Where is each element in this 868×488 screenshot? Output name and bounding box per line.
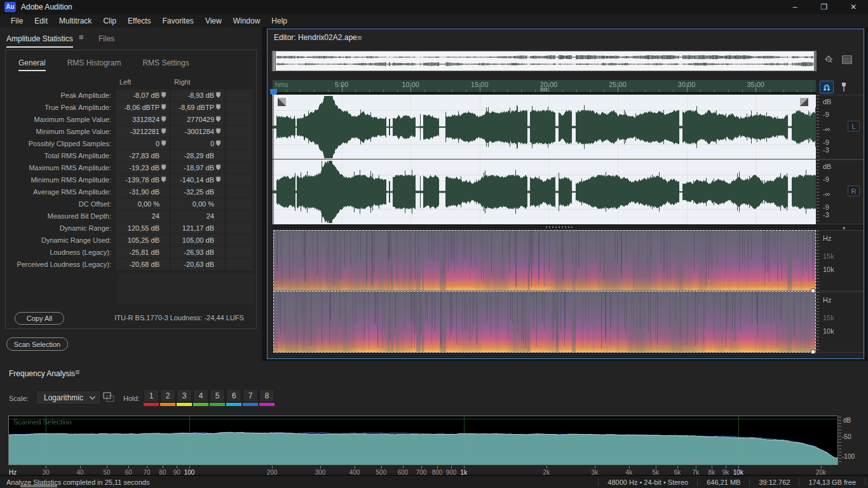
cue-marker[interactable] — [546, 88, 547, 92]
snap-magnet-icon[interactable] — [820, 81, 834, 93]
menu-clip[interactable]: Clip — [97, 15, 122, 27]
stat-value-right: -18,97 dB — [171, 162, 224, 173]
hold-button-7[interactable]: 7 — [243, 389, 258, 406]
cue-marker[interactable] — [543, 88, 543, 92]
view-splitter[interactable] — [273, 224, 864, 230]
marker-pin-icon[interactable] — [215, 116, 222, 123]
waveform-right-channel[interactable] — [273, 159, 816, 224]
menu-edit[interactable]: Edit — [29, 15, 53, 27]
marker-pin-icon[interactable] — [215, 104, 222, 111]
waveform-left-channel[interactable] — [273, 95, 816, 159]
x-tick — [147, 466, 147, 468]
tab-files[interactable]: Files — [98, 32, 114, 46]
menu-multitrack[interactable]: Multitrack — [53, 15, 97, 27]
overview-navigator[interactable] — [272, 51, 817, 71]
overview-left-handle[interactable] — [273, 51, 276, 71]
selection-handle-bottom-right[interactable] — [811, 349, 815, 354]
stat-value-right: 105,00 dB — [171, 234, 224, 246]
overview-waveform-canvas[interactable] — [273, 51, 816, 71]
marker-pin-icon[interactable] — [161, 92, 168, 99]
spectrogram-right-channel[interactable] — [274, 292, 815, 352]
cue-marker[interactable] — [545, 88, 545, 92]
spectrogram-display[interactable] — [273, 230, 816, 353]
hold-button-2[interactable]: 2 — [160, 389, 175, 406]
y-axis-ticks — [839, 417, 841, 464]
x-tick — [189, 466, 190, 468]
stat-value-left: -25,81 dB — [116, 247, 170, 258]
marker-pin-icon[interactable] — [215, 128, 222, 135]
maximize-button[interactable]: ❐ — [810, 0, 839, 15]
selection-handle-top-left[interactable] — [278, 98, 286, 106]
hold-button-8[interactable]: 8 — [259, 389, 275, 406]
marker-pin-icon[interactable] — [161, 128, 168, 135]
ruler-minor-tick — [494, 90, 494, 92]
zoom-navigate-icon[interactable] — [823, 53, 836, 66]
marker-pin-icon[interactable] — [161, 140, 168, 147]
marker-pin-icon[interactable] — [215, 176, 222, 184]
scale-ticks — [817, 95, 819, 159]
marker-pin-icon[interactable] — [161, 104, 168, 111]
overview-right-handle[interactable] — [814, 51, 816, 71]
ruler-label: 10:00 — [402, 81, 419, 88]
spectrogram-left-channel[interactable] — [274, 231, 815, 290]
subtab-general[interactable]: General — [18, 58, 46, 71]
menu-favorites[interactable]: Favorites — [157, 15, 200, 27]
spectrogram-channel-divider — [274, 291, 815, 292]
marker-pin-icon — [161, 188, 168, 196]
tab-frequency-analysis[interactable]: Frequency Analysis — [9, 367, 75, 381]
channel-badge-l[interactable]: L — [848, 121, 860, 132]
marker-pin-icon[interactable] — [161, 164, 168, 172]
channel-badge-r[interactable]: R — [848, 186, 860, 196]
marker-pin-icon[interactable] — [215, 140, 222, 147]
stat-cell-empty — [226, 234, 254, 246]
hold-button-4[interactable]: 4 — [193, 389, 208, 406]
editor-panel-menu-icon[interactable]: ≡ — [357, 33, 362, 43]
timeline-ruler[interactable]: hms 5:0010:0015:0020:0025:0030:0035:00 — [273, 80, 816, 93]
selection-handle-top-right[interactable] — [800, 98, 808, 106]
hold-color-swatch — [177, 403, 192, 406]
cue-marker[interactable] — [541, 88, 541, 92]
copy-graph-icon[interactable] — [102, 391, 116, 403]
marker-pin-icon[interactable] — [215, 164, 222, 172]
close-button[interactable]: ✕ — [839, 0, 868, 15]
frequency-graph[interactable]: Scanned Selection — [8, 416, 838, 465]
marker-pin-icon[interactable] — [161, 116, 168, 123]
hold-button-6[interactable]: 6 — [226, 389, 241, 406]
stat-label: Average RMS Amplitude: — [10, 188, 116, 196]
panel-menu-icon[interactable]: ≡ — [79, 32, 84, 42]
stat-value-right: 24 — [171, 210, 224, 222]
selection-handle-right-middle[interactable] — [811, 288, 815, 293]
splitter-grip[interactable] — [546, 226, 574, 228]
marker-pin-icon[interactable] — [215, 92, 222, 99]
menu-window[interactable]: Window — [227, 15, 266, 27]
marker-pin-icon — [215, 261, 222, 268]
itu-loudness-label: ITU-R BS.1770-3 Loudness: — [114, 314, 202, 322]
waveform-display[interactable] — [273, 95, 816, 224]
x-tick — [177, 466, 177, 468]
hold-button-5[interactable]: 5 — [210, 389, 225, 406]
tab-editor-file[interactable]: Editor: Hendrix02A2.ape — [274, 33, 357, 42]
subtab-rms-histogram[interactable]: RMS Histogram — [67, 58, 121, 70]
minimize-button[interactable]: – — [780, 0, 810, 15]
scale-dropdown[interactable]: Logarithmic — [36, 390, 101, 405]
x-tick — [421, 466, 422, 468]
menu-help[interactable]: Help — [266, 15, 293, 27]
marker-pin-icon[interactable] — [161, 176, 168, 184]
menu-view[interactable]: View — [200, 15, 227, 27]
copy-all-button[interactable]: Copy All — [15, 312, 64, 325]
hold-button-1[interactable]: 1 — [144, 389, 159, 406]
hold-button-3[interactable]: 3 — [177, 389, 192, 406]
ruler-minor-tick — [576, 90, 577, 92]
marker-tool-icon[interactable] — [838, 81, 850, 93]
hold-color-swatch — [193, 403, 208, 406]
editor-view-list-icon[interactable] — [841, 53, 853, 66]
menu-file[interactable]: File — [5, 15, 29, 27]
subtab-rms-settings[interactable]: RMS Settings — [142, 58, 189, 70]
x-tick — [355, 466, 355, 468]
frequency-graph-canvas[interactable] — [9, 416, 837, 464]
frequency-panel-menu-icon[interactable]: ≡ — [75, 367, 80, 377]
x-tick — [451, 466, 452, 468]
menu-effects[interactable]: Effects — [122, 15, 156, 27]
scan-selection-button[interactable]: Scan Selection — [6, 337, 68, 351]
tab-amplitude-statistics[interactable]: Amplitude Statistics — [6, 32, 73, 48]
